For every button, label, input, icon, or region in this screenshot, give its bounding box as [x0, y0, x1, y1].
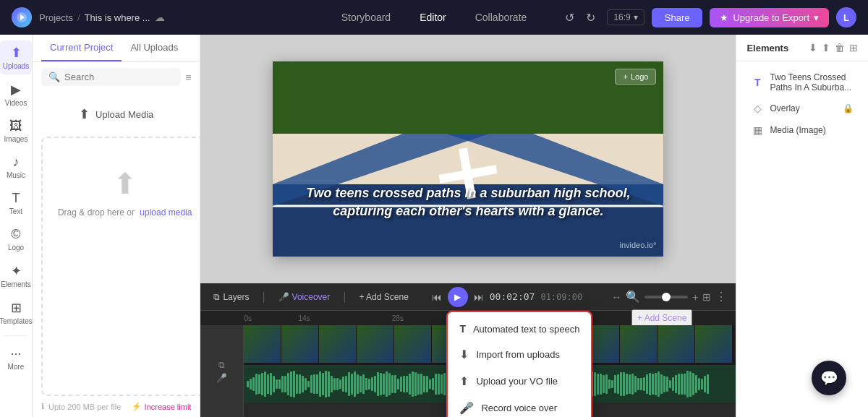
track-controls: ⧉ 🎤	[200, 325, 244, 417]
delete-element-button[interactable]: 🗑	[835, 42, 845, 53]
video-thumbnail	[695, 325, 733, 363]
zoom-out-icon[interactable]: 🔍	[626, 290, 640, 304]
more-options-icon[interactable]: ⋮	[715, 290, 727, 304]
filter-icon[interactable]: ≡	[185, 72, 191, 83]
user-avatar[interactable]: L	[836, 7, 856, 27]
zoom-thumb	[662, 293, 671, 301]
voiceover-button[interactable]: 🎤 Voiceover	[274, 290, 335, 304]
dropdown-item-record[interactable]: 🎤 Record voice over	[448, 395, 591, 417]
chevron-down-icon: ▾	[634, 12, 638, 22]
sidebar-item-images[interactable]: 🖼 Images	[0, 114, 32, 147]
record-icon: 🎤	[459, 401, 474, 415]
sidebar-item-templates[interactable]: ⊞ Templates	[0, 296, 32, 330]
breadcrumb-current[interactable]: This is where ...	[85, 12, 150, 23]
sidebar-divider	[4, 335, 27, 336]
panel-tabs: Current Project All Uploads	[33, 35, 200, 62]
element-row-overlay[interactable]: ◇ Overlay 🔒	[741, 98, 864, 119]
share-button[interactable]: Share	[652, 8, 703, 27]
element-row-media[interactable]: ▦ Media (Image)	[741, 119, 864, 141]
nav-collaborate[interactable]: Collaborate	[469, 9, 533, 26]
tab-all-uploads[interactable]: All Uploads	[122, 35, 187, 61]
dropdown-item-upload-vo[interactable]: ⬆ Upload your VO file	[448, 368, 591, 395]
upload-vo-icon: ⬆	[459, 374, 469, 388]
canvas-area: Two teens crossed paths in a suburban hi…	[200, 35, 736, 417]
app-logo[interactable]	[12, 7, 32, 27]
lock-icon: 🔒	[843, 103, 854, 113]
tab-current-project[interactable]: Current Project	[41, 35, 122, 61]
search-area: 🔍 ≡	[33, 62, 200, 92]
increase-limit-button[interactable]: ⚡ Increase limit	[132, 402, 192, 411]
layers-button[interactable]: ⧉ Layers	[209, 290, 253, 304]
time-total: 01:09:00	[540, 292, 582, 302]
aspect-ratio-selector[interactable]: 16:9 ▾	[607, 9, 644, 25]
video-thumbnail	[244, 325, 281, 363]
dropdown-item-tts[interactable]: T Automated text to speech	[448, 317, 591, 341]
import-icon: ⬇	[459, 348, 469, 361]
chat-bubble[interactable]: 💬	[812, 361, 846, 395]
upload-link[interactable]: upload media	[140, 207, 192, 218]
drop-text: Drag & drop here or upload media	[58, 207, 192, 218]
tts-icon: T	[459, 323, 466, 335]
timeline-right: ↔ 🔍 + ⊞ ⋮	[611, 290, 727, 304]
video-preview: Two teens crossed paths in a suburban hi…	[273, 61, 663, 257]
sidebar-item-elements[interactable]: ✦ Elements	[0, 259, 32, 293]
logo-badge[interactable]: + Logo	[615, 69, 656, 85]
lightning-icon: ⚡	[132, 402, 142, 411]
upload-element-button[interactable]: ⬆	[822, 42, 830, 53]
video-thumbnail	[658, 325, 695, 363]
dropdown-item-import[interactable]: ⬇ Import from uploads	[448, 341, 591, 368]
templates-icon: ⊞	[11, 300, 22, 316]
mic-icon: 🎤	[278, 292, 289, 302]
cloud-icon: ☁	[155, 12, 165, 23]
skip-forward-button[interactable]: ⏭	[474, 291, 484, 303]
breadcrumb-projects[interactable]: Projects	[39, 12, 73, 23]
add-scene-button[interactable]: + Add Scene	[354, 290, 412, 304]
music-icon: ♪	[13, 155, 20, 170]
text-icon: T	[12, 191, 20, 206]
zoom-in-icon[interactable]: +	[692, 291, 698, 303]
undo-button[interactable]: ↺	[561, 9, 579, 26]
element-row-text[interactable]: T Two Teens Crossed Paths In A Suburba..…	[741, 67, 864, 98]
skip-back-button[interactable]: ⏮	[432, 291, 442, 303]
timeline: ⧉ Layers | 🎤 Voiceover | + Add Scene ⏮ ▶…	[200, 283, 736, 417]
overlay-element-icon: ◇	[751, 103, 764, 114]
media-element-icon: ▦	[751, 124, 764, 136]
right-panel-header: Elements ⬇ ⬆ 🗑 ⊞	[736, 35, 868, 61]
undo-redo-controls: ↺ ↻	[561, 9, 600, 26]
sidebar-item-text[interactable]: T Text	[0, 186, 32, 220]
drop-cloud-icon: ⬆	[113, 167, 137, 200]
search-box[interactable]: 🔍	[41, 68, 181, 86]
sidebar-icons: ⬆ Uploads ▶ Videos 🖼 Images ♪ Music T Te…	[0, 35, 33, 417]
upload-icon: ⬆	[11, 45, 22, 61]
video-text-overlay: Two teens crossed paths in a suburban hi…	[273, 184, 663, 220]
right-panel: Elements ⬇ ⬆ 🗑 ⊞ T Two Teens Crossed Pat…	[736, 35, 868, 417]
track-mic-icon[interactable]: 🎤	[216, 373, 227, 383]
search-input[interactable]	[64, 72, 174, 82]
sidebar-item-videos[interactable]: ▶ Videos	[0, 77, 32, 111]
elements-list: T Two Teens Crossed Paths In A Suburba..…	[736, 61, 868, 417]
sidebar-item-music[interactable]: ♪ Music	[0, 150, 32, 184]
nav-editor[interactable]: Editor	[414, 9, 452, 26]
grid-element-button[interactable]: ⊞	[849, 42, 858, 53]
zoom-slider[interactable]	[644, 296, 688, 298]
layers-icon: ⧉	[213, 292, 220, 302]
video-thumbnail	[620, 325, 658, 363]
sidebar-item-more[interactable]: ··· More	[0, 342, 32, 375]
info-icon: ℹ	[41, 402, 44, 411]
expand-icon[interactable]: ↔	[611, 291, 621, 303]
grid-view-icon[interactable]: ⊞	[702, 291, 711, 303]
text-element-icon: T	[751, 77, 764, 88]
sidebar-item-logo[interactable]: © Logo	[0, 223, 32, 256]
file-limit-bar: ℹ Upto 200 MB per file ⚡ Increase limit	[33, 396, 200, 417]
download-element-button[interactable]: ⬇	[809, 42, 817, 53]
play-button[interactable]: ▶	[448, 287, 468, 307]
svg-rect-2	[273, 61, 663, 134]
nav-storyboard[interactable]: Storyboard	[336, 9, 396, 26]
sidebar-item-uploads[interactable]: ⬆ Uploads	[0, 40, 32, 74]
upgrade-button[interactable]: ★ Upgrade to Export ▾	[710, 8, 829, 27]
redo-button[interactable]: ↻	[582, 9, 600, 26]
track-layers-icon[interactable]: ⧉	[218, 360, 225, 370]
drop-zone[interactable]: ⬆ Drag & drop here or upload media	[41, 137, 208, 396]
add-scene-timeline-button[interactable]: + Add Scene	[631, 309, 692, 327]
upload-media-button[interactable]: ⬆ Upload Media	[79, 106, 153, 122]
